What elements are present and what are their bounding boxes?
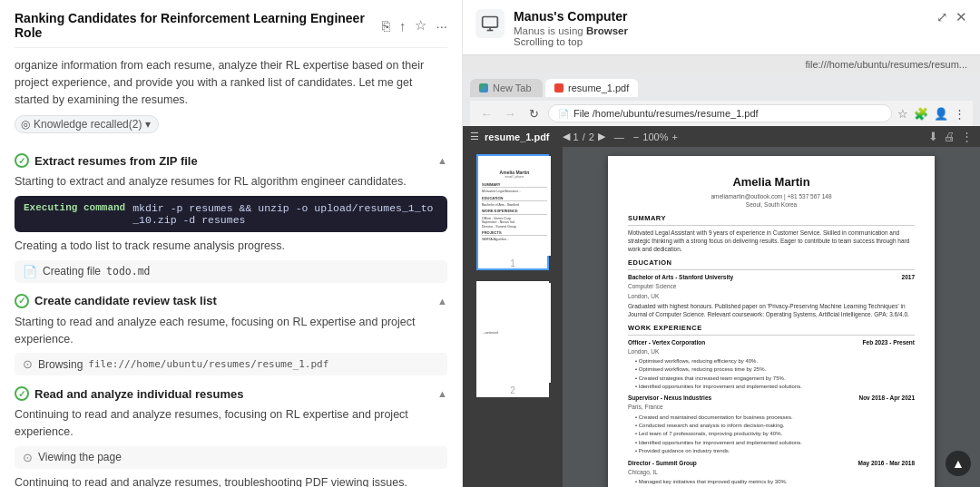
pdf-favicon <box>554 83 564 93</box>
url-bar[interactable]: 📄 File /home/ubuntu/resumes/resume_1.pdf <box>548 104 892 122</box>
job2-title: Supervisor - Nexus Industries <box>628 394 711 402</box>
edu-year: 2017 <box>902 273 915 281</box>
section-analyze-header[interactable]: ✓ Read and analyze individual resumes ▲ <box>15 386 447 401</box>
creating-file-value: todo.md <box>106 265 150 278</box>
pdf-thumb-label-1: 1 <box>478 258 547 268</box>
view-icon: ⊙ <box>23 451 33 464</box>
star-icon[interactable]: ☆ <box>415 17 426 34</box>
job3-dates: May 2016 - Mar 2018 <box>858 459 915 467</box>
summary-text: Motivated Legal Assistant with 9 years o… <box>628 229 915 253</box>
newtab-label: New Tab <box>493 83 532 93</box>
expand-icon[interactable]: ⤢ <box>936 9 948 25</box>
scroll-to-top-button[interactable]: ▲ <box>946 451 971 476</box>
section-review-label: Create candidate review task list <box>34 294 217 307</box>
pdf-page-current[interactable]: 1 <box>573 131 579 142</box>
job1-bullet-2: Created strategies that increased team e… <box>628 375 915 382</box>
computer-header: Manus's Computer Manus is using Browser … <box>463 0 980 55</box>
url-text: File /home/ubuntu/resumes/resume_1.pdf <box>573 108 759 119</box>
menu-icon[interactable]: ⋮ <box>954 107 965 121</box>
pdf-filename: resume_1.pdf <box>485 131 550 142</box>
pdf-sidebar: Amelia Martin email | phone SUMMARY Moti… <box>463 147 563 487</box>
command-block: Executing command mkdir -p resumes && un… <box>15 196 447 232</box>
tab-newtab[interactable]: New Tab <box>470 79 543 97</box>
job3-location: Chicago, IL <box>628 468 915 476</box>
back-button[interactable]: ← <box>477 104 495 122</box>
browsing-action: ⊙ Browsing file:///home/ubuntu/resumes/r… <box>15 353 447 375</box>
pdf-menu-icon[interactable]: ☰ <box>470 131 479 142</box>
app-name: Browser <box>586 25 628 36</box>
job2-bullets: Created and maintained documentation for… <box>628 414 915 455</box>
intro-text: organize information from each resume, a… <box>15 57 447 108</box>
zoom-out-btn[interactable]: − <box>633 131 639 142</box>
pdf-viewer: Amelia Martin email | phone SUMMARY Moti… <box>463 147 980 487</box>
browser-nav: ← → ↻ 📄 File /home/ubuntu/resumes/resume… <box>470 101 973 126</box>
computer-subtitle: Manus is using Browser <box>514 25 628 36</box>
analyze-desc1: Continuing to read and analyze resumes, … <box>15 406 447 441</box>
section-analyze-label: Read and analyze individual resumes <box>34 387 243 401</box>
resume-contact: ameliamartin@outlook.com | +81 537 567 1… <box>628 192 915 209</box>
browser-tabs: New Tab resume_1.pdf <box>470 79 973 97</box>
viewing-label: Viewing the page <box>38 451 122 463</box>
pdf-page-total: 2 <box>589 131 594 142</box>
pdf-zoom: − 100% + <box>633 131 678 142</box>
job1-dates: Feb 2023 - Present <box>863 338 915 346</box>
section-review-header[interactable]: ✓ Create candidate review task list ▲ <box>15 294 447 308</box>
left-panel: Ranking Candidates for Reinforcement Lea… <box>0 0 463 487</box>
pdf-thumb-2[interactable]: ...continued 2 <box>476 281 549 397</box>
edu-desc: Graduated with highest honours. Publishe… <box>628 302 915 318</box>
knowledge-badge[interactable]: ◎ Knowledge recalled(2) ▾ <box>15 115 159 133</box>
job1-title: Officer - Vertex Corporation <box>628 338 705 346</box>
education-title: EDUCATION <box>628 258 915 270</box>
knowledge-chevron: ▾ <box>145 118 151 131</box>
section-review-icon: ✓ <box>15 294 29 308</box>
url-secure-icon: 📄 <box>558 109 569 119</box>
computer-status: Scrolling to top <box>514 36 628 47</box>
section-extract-label: Extract resumes from ZIP file <box>34 154 198 168</box>
job1-row: Officer - Vertex Corporation Feb 2023 - … <box>628 338 915 346</box>
more-icon[interactable]: ··· <box>436 18 447 34</box>
browsing-value: file:///home/ubuntu/resumes/resume_1.pdf <box>88 358 328 370</box>
share-icon[interactable]: ↑ <box>399 18 407 34</box>
pdf-prev-btn[interactable]: ◀ <box>563 131 570 142</box>
pdf-sep: — <box>614 131 624 142</box>
job2-bullet-0: Created and maintained documentation for… <box>628 414 915 421</box>
edu-degree-row: Bachelor of Arts - Stanford University 2… <box>628 273 915 281</box>
zoom-in-btn[interactable]: + <box>671 131 677 142</box>
scroll-to-top-icon: ▲ <box>952 456 965 471</box>
pdf-thumb-1[interactable]: Amelia Martin email | phone SUMMARY Moti… <box>476 154 549 270</box>
copy-icon[interactable]: ⎘ <box>382 18 390 34</box>
job2-row: Supervisor - Nexus Industries Nov 2018 -… <box>628 394 915 402</box>
browse-icon: ⊙ <box>23 357 33 371</box>
section-extract-desc-before: Starting to extract and analyze resumes … <box>15 173 447 190</box>
section-analyze-icon: ✓ <box>15 386 29 401</box>
job2-bullet-4: Provided guidance on industry trends. <box>628 447 915 454</box>
pdf-toolbar-icons: ⬇ 🖨 ⋮ <box>928 130 973 143</box>
pdf-pagination: ◀ 1 / 2 ▶ <box>563 131 605 142</box>
job1-location: London, UK <box>628 347 915 356</box>
pdf-download-icon[interactable]: ⬇ <box>928 130 938 143</box>
file-path-bar: file:///home/ubuntu/resumes/resum... <box>463 55 980 73</box>
pdf-more-icon[interactable]: ⋮ <box>961 130 973 143</box>
extensions-icon[interactable]: 🧩 <box>914 107 928 121</box>
page-title: Ranking Candidates for Reinforcement Lea… <box>15 11 375 40</box>
section-extract-header[interactable]: ✓ Extract resumes from ZIP file ▲ <box>15 153 447 168</box>
reload-button[interactable]: ↻ <box>524 104 543 122</box>
knowledge-icon: ◎ <box>21 118 30 131</box>
file-icon: 📄 <box>23 265 37 278</box>
pdf-viewer-wrap: ☰ resume_1.pdf ◀ 1 / 2 ▶ — − 100% + ⬇ 🖨 … <box>463 126 980 487</box>
section-extract-chevron: ▲ <box>437 155 447 166</box>
bookmark-icon[interactable]: ☆ <box>897 107 908 121</box>
section-extract-desc-after: Creating a todo list to track resume ana… <box>15 238 447 255</box>
cmd-text: mkdir -p resumes && unzip -o upload/resu… <box>132 202 438 226</box>
viewing-action: ⊙ Viewing the page <box>15 446 447 469</box>
pdf-print-icon[interactable]: 🖨 <box>944 130 956 143</box>
tab-pdf[interactable]: resume_1.pdf <box>545 79 638 97</box>
close-icon[interactable]: ✕ <box>956 9 967 25</box>
forward-button[interactable]: → <box>501 104 519 122</box>
profile-icon[interactable]: 👤 <box>934 107 948 121</box>
section-analyze: ✓ Read and analyze individual resumes ▲ … <box>15 386 447 487</box>
pdf-next-btn[interactable]: ▶ <box>598 131 605 142</box>
section-review-desc: Starting to read and analyze each resume… <box>15 314 447 348</box>
computer-title: Manus's Computer <box>514 9 628 24</box>
section-review: ✓ Create candidate review task list ▲ St… <box>15 294 447 376</box>
